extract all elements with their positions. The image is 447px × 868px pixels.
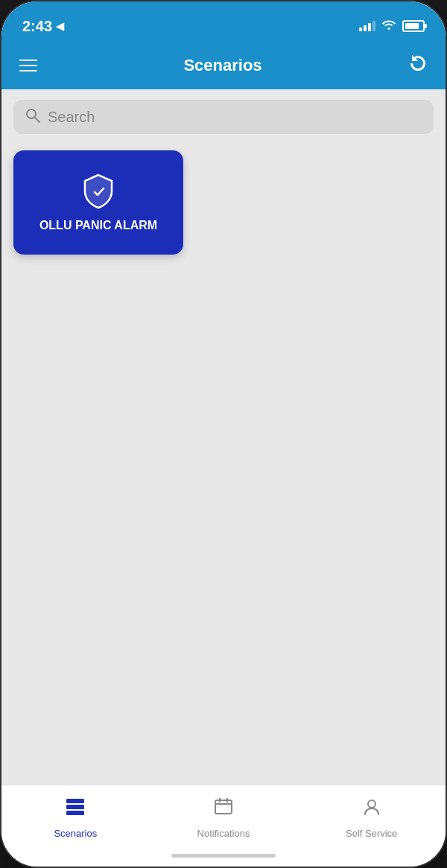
tab-scenarios[interactable]: Scenarios: [1, 796, 150, 839]
svg-point-6: [368, 800, 375, 808]
self-service-tab-icon: [361, 796, 383, 823]
svg-line-1: [35, 118, 39, 122]
search-placeholder: Search: [48, 109, 95, 126]
app-header: Scenarios: [1, 42, 446, 89]
wifi-icon: [381, 19, 396, 33]
status-bar: 2:43 ◀: [1, 1, 446, 42]
main-body: Search OLLU PANIC ALARM: [1, 89, 446, 788]
svg-rect-4: [66, 811, 84, 815]
status-icons: [359, 19, 425, 33]
svg-rect-2: [66, 799, 84, 803]
search-bar[interactable]: Search: [13, 100, 434, 134]
tab-self-service[interactable]: Self Service: [297, 796, 446, 839]
shield-icon: [79, 172, 118, 211]
tab-notifications[interactable]: Notifications: [150, 796, 298, 839]
content-area: OLLU PANIC ALARM: [1, 144, 446, 788]
refresh-button[interactable]: [408, 54, 428, 77]
scenario-label: OLLU PANIC ALARM: [39, 218, 157, 234]
status-time: 2:43 ◀: [22, 18, 64, 35]
page-title: Scenarios: [183, 56, 261, 75]
menu-button[interactable]: [19, 60, 37, 71]
search-icon: [25, 108, 40, 127]
tab-self-service-label: Self Service: [346, 828, 397, 839]
location-arrow-icon: ◀: [56, 20, 64, 32]
search-container: Search: [1, 89, 446, 144]
scenarios-tab-icon: [64, 796, 86, 823]
svg-point-0: [27, 109, 36, 118]
battery-icon: [402, 20, 425, 32]
signal-icon: [359, 21, 375, 31]
tab-notifications-label: Notifications: [197, 828, 250, 839]
svg-rect-3: [66, 805, 84, 809]
scenario-card-ollu-panic-alarm[interactable]: OLLU PANIC ALARM: [13, 150, 183, 255]
time-display: 2:43: [22, 18, 52, 35]
notifications-tab-icon: [212, 796, 235, 823]
home-indicator: [171, 854, 276, 858]
phone-frame: 2:43 ◀ Scenarios: [0, 0, 447, 868]
svg-rect-5: [215, 800, 232, 814]
tab-scenarios-label: Scenarios: [54, 828, 97, 839]
